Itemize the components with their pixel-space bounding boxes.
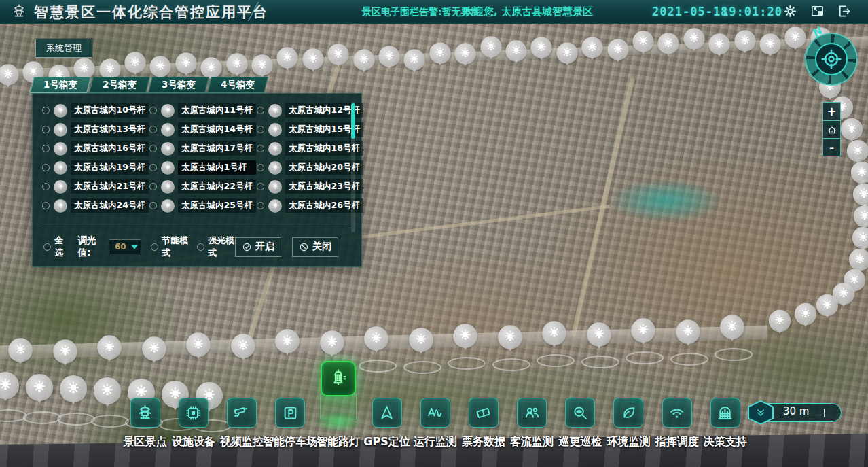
select-all-radio[interactable]: 全选 bbox=[43, 235, 67, 259]
lamp-list-item[interactable]: 太原古城内12号杆 bbox=[257, 103, 363, 118]
logout-icon[interactable] bbox=[837, 3, 852, 19]
toolbar-item-3: 视频监控 bbox=[217, 360, 266, 449]
bottom-toolbar: 景区景点设施设备视频监控智能停车场智能路灯GPS定位运行监测票务数据客流监测巡更… bbox=[121, 360, 750, 449]
lamp-list-item[interactable]: 太原古城内1号杆 bbox=[149, 160, 257, 175]
lamp-list-item[interactable]: 太原古城内21号杆 bbox=[42, 179, 149, 194]
lamp-label: 太原古城内21号杆 bbox=[71, 179, 149, 194]
toolbar-item-12: 指挥调度 bbox=[653, 360, 701, 449]
radio-circle-icon[interactable] bbox=[257, 202, 264, 209]
building-icon[interactable] bbox=[710, 398, 740, 428]
map-scale-widget: 30 m bbox=[748, 402, 843, 423]
lamp-list-item[interactable]: 太原古城内25号杆 bbox=[149, 198, 257, 213]
leaf-icon[interactable] bbox=[613, 398, 643, 428]
radio-circle-icon[interactable] bbox=[257, 126, 264, 133]
people-icon[interactable] bbox=[517, 398, 547, 428]
scrollbar-thumb[interactable] bbox=[351, 103, 355, 139]
toolbar-item-label: 客流监测 bbox=[510, 435, 554, 449]
bright-mode-radio[interactable]: 强光模式 bbox=[197, 235, 235, 259]
pagoda-icon[interactable] bbox=[130, 398, 160, 428]
tab-transformer-2[interactable]: 2号箱变 bbox=[91, 77, 148, 93]
dim-value: 60 bbox=[109, 242, 131, 252]
radio-circle-icon[interactable] bbox=[149, 145, 157, 152]
tab-transformer-1[interactable]: 1号箱变 bbox=[32, 77, 89, 93]
close-button[interactable]: 关闭 bbox=[292, 237, 338, 257]
compass-control[interactable] bbox=[805, 33, 858, 86]
parking-icon[interactable] bbox=[275, 398, 305, 428]
gear-icon[interactable] bbox=[782, 3, 798, 19]
lamp-list-item[interactable]: 太原古城内24号杆 bbox=[42, 198, 149, 213]
radio-circle-icon[interactable] bbox=[257, 145, 264, 152]
camera-icon[interactable] bbox=[227, 398, 257, 428]
toolbar-item-label: 智能路灯 bbox=[317, 435, 360, 449]
radio-circle-icon bbox=[151, 243, 158, 251]
screen-switch-icon[interactable] bbox=[810, 3, 825, 19]
lamp-list-item[interactable]: 太原古城内13号杆 bbox=[42, 122, 149, 137]
lamp-list-item[interactable]: 太原古城内19号杆 bbox=[42, 160, 149, 175]
lamp-label: 太原古城内24号杆 bbox=[71, 198, 149, 213]
toolbar-item-label: 智能停车场 bbox=[263, 435, 317, 449]
zoom-home-button[interactable] bbox=[823, 120, 840, 138]
zoom-out-button[interactable]: - bbox=[823, 138, 840, 156]
magnifier-icon[interactable] bbox=[565, 398, 595, 428]
street-lamp-icon[interactable] bbox=[321, 361, 356, 396]
radio-circle-icon[interactable] bbox=[257, 164, 264, 171]
eco-mode-label: 节能模式 bbox=[162, 235, 189, 259]
waveform-icon[interactable] bbox=[420, 398, 450, 428]
lamp-list-item[interactable]: 太原古城内15号杆 bbox=[257, 122, 363, 137]
ticket-icon[interactable] bbox=[469, 398, 499, 428]
lamp-label: 太原古城内13号杆 bbox=[71, 122, 149, 137]
radio-circle-icon bbox=[43, 243, 51, 251]
navigation-icon[interactable] bbox=[372, 398, 402, 428]
radio-circle-icon[interactable] bbox=[42, 202, 50, 209]
radio-circle-icon[interactable] bbox=[149, 164, 157, 171]
radio-circle-icon[interactable] bbox=[42, 183, 50, 190]
lamp-label: 太原古城内19号杆 bbox=[71, 160, 149, 175]
lamp-list-item[interactable]: 太原古城内18号杆 bbox=[257, 141, 363, 156]
lamp-label: 太原古城内16号杆 bbox=[71, 141, 149, 156]
open-button[interactable]: 开启 bbox=[235, 237, 281, 257]
radio-circle-icon[interactable] bbox=[42, 126, 50, 133]
lamp-list-item[interactable]: 太原古城内11号杆 bbox=[149, 103, 257, 118]
tab-transformer-3[interactable]: 3号箱变 bbox=[150, 77, 207, 93]
radio-circle-icon[interactable] bbox=[149, 126, 157, 133]
lamp-list-item[interactable]: 太原古城内23号杆 bbox=[257, 179, 363, 194]
toolbar-item-8: 票务数据 bbox=[459, 360, 507, 449]
chip-icon[interactable] bbox=[179, 398, 209, 428]
light-bulb-icon bbox=[268, 199, 282, 213]
lamp-list-item[interactable]: 太原古城内14号杆 bbox=[149, 122, 257, 137]
app-logo-pagoda-icon bbox=[11, 3, 27, 20]
lamp-list-item[interactable]: 太原古城内22号杆 bbox=[149, 179, 257, 194]
lamp-list-item[interactable]: 太原古城内26号杆 bbox=[257, 198, 363, 213]
lamp-list-item[interactable]: 太原古城内16号杆 bbox=[42, 141, 149, 156]
panel-scrollbar[interactable] bbox=[351, 102, 355, 232]
toolbar-item-11: 环境监测 bbox=[604, 360, 653, 449]
lamp-list-item[interactable]: 太原古城内10号杆 bbox=[42, 103, 149, 118]
light-bulb-icon bbox=[161, 180, 175, 194]
radio-circle-icon[interactable] bbox=[42, 164, 50, 171]
radio-circle-icon[interactable] bbox=[42, 145, 50, 152]
tab-transformer-4[interactable]: 4号箱变 bbox=[209, 77, 266, 93]
radio-circle-icon[interactable] bbox=[257, 183, 264, 190]
radio-circle-icon[interactable] bbox=[149, 107, 157, 114]
lamp-list-item[interactable]: 太原古城内17号杆 bbox=[149, 141, 257, 156]
zoom-in-button[interactable]: + bbox=[823, 103, 840, 120]
radio-circle-icon[interactable] bbox=[149, 202, 157, 209]
dim-value-dropdown[interactable]: 60 bbox=[109, 239, 141, 254]
radio-circle-icon[interactable] bbox=[42, 107, 50, 114]
radio-circle-icon[interactable] bbox=[149, 183, 157, 190]
check-circle-icon bbox=[242, 242, 252, 252]
radio-circle-icon[interactable] bbox=[257, 107, 264, 114]
light-bulb-icon bbox=[268, 123, 282, 137]
transformer-tabs: 1号箱变2号箱变3号箱变4号箱变 bbox=[32, 77, 266, 93]
date-display: 2021-05-18 bbox=[652, 5, 728, 18]
lamp-label: 太原古城内10号杆 bbox=[71, 103, 149, 118]
eco-mode-radio[interactable]: 节能模式 bbox=[151, 235, 189, 259]
light-bulb-icon bbox=[161, 199, 175, 213]
select-all-label: 全选 bbox=[54, 235, 67, 259]
lamp-list-item[interactable]: 太原古城内20号杆 bbox=[257, 160, 363, 175]
light-bulb-icon bbox=[268, 180, 282, 194]
wifi-icon[interactable] bbox=[662, 398, 692, 428]
system-manage-button[interactable]: 系统管理 bbox=[35, 39, 92, 58]
light-bulb-icon bbox=[161, 161, 175, 175]
time-display: 19:01:20 bbox=[721, 5, 782, 18]
